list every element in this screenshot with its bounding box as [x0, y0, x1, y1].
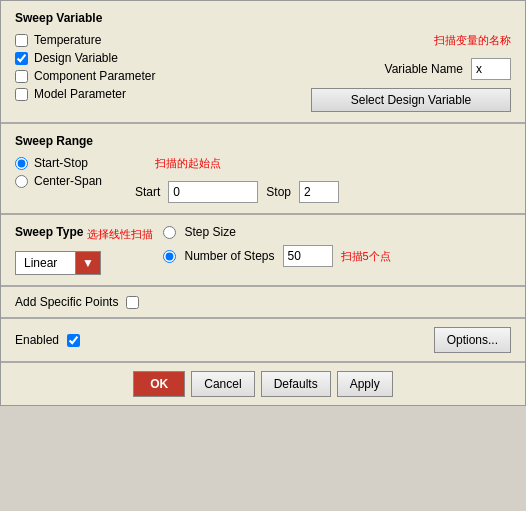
dropdown-value: Linear	[15, 251, 75, 275]
sweep-variable-right: 扫描变量的名称 Variable Name Select Design Vari…	[291, 33, 511, 112]
annotation-variable-name: 扫描变量的名称	[434, 33, 511, 48]
step-size-row: Step Size	[163, 225, 511, 239]
specific-points-section: Add Specific Points	[1, 287, 525, 319]
sweep-range-inputs-area: 扫描的起始点 Start Stop	[135, 156, 511, 203]
sweep-variable-options: Temperature Design Variable Component Pa…	[15, 33, 291, 101]
sweep-range-left: Start-Stop Center-Span	[15, 156, 125, 188]
ok-button[interactable]: OK	[133, 371, 185, 397]
center-span-option[interactable]: Center-Span	[15, 174, 125, 188]
annotation-linear: 选择线性扫描	[87, 227, 153, 242]
start-stop-radio[interactable]	[15, 157, 28, 170]
specific-points-checkbox[interactable]	[126, 296, 139, 309]
temperature-option[interactable]: Temperature	[15, 33, 291, 47]
center-span-radio[interactable]	[15, 175, 28, 188]
component-parameter-checkbox[interactable]	[15, 70, 28, 83]
design-variable-option[interactable]: Design Variable	[15, 51, 291, 65]
temperature-checkbox[interactable]	[15, 34, 28, 47]
sweep-range-title: Sweep Range	[15, 134, 511, 148]
sweep-type-header: Sweep Type 选择线性扫描	[15, 225, 153, 243]
number-of-steps-radio[interactable]	[163, 250, 176, 263]
start-input[interactable]	[168, 181, 258, 203]
stop-input[interactable]	[299, 181, 339, 203]
enabled-label: Enabled	[15, 333, 59, 347]
annotation-start: 扫描的起始点	[155, 156, 221, 171]
dropdown-arrow-button[interactable]: ▼	[75, 251, 101, 275]
options-button[interactable]: Options...	[434, 327, 511, 353]
specific-points-label: Add Specific Points	[15, 295, 118, 309]
sweep-type-section: Sweep Type 选择线性扫描 Linear ▼ Step Size	[1, 215, 525, 287]
model-parameter-option[interactable]: Model Parameter	[15, 87, 291, 101]
defaults-button[interactable]: Defaults	[261, 371, 331, 397]
start-stop-option[interactable]: Start-Stop	[15, 156, 125, 170]
sweep-range-layout: Start-Stop Center-Span 扫描的起始点 Start Stop	[15, 156, 511, 203]
sweep-range-section: Sweep Range Start-Stop Center-Span	[1, 124, 525, 215]
sweep-type-left: Sweep Type 选择线性扫描 Linear ▼	[15, 225, 153, 275]
sweep-type-section-wrapper: Sweep Type 选择线性扫描 Linear ▼ Step Size	[1, 215, 525, 287]
select-design-variable-button[interactable]: Select Design Variable	[311, 88, 511, 112]
number-of-steps-row: Number of Steps 扫描5个点	[163, 245, 511, 267]
main-dialog: Sweep Variable Temperature Design Variab…	[0, 0, 526, 406]
component-parameter-label: Component Parameter	[34, 69, 155, 83]
number-of-steps-label: Number of Steps	[184, 249, 274, 263]
sweep-type-right: Step Size Number of Steps 扫描5个点	[163, 225, 511, 267]
cancel-button[interactable]: Cancel	[191, 371, 254, 397]
variable-name-label: Variable Name	[385, 62, 463, 76]
sweep-variable-title: Sweep Variable	[15, 11, 511, 25]
center-span-label: Center-Span	[34, 174, 102, 188]
enabled-checkbox[interactable]	[67, 334, 80, 347]
sweep-type-dropdown[interactable]: Linear ▼	[15, 251, 153, 275]
temperature-label: Temperature	[34, 33, 101, 47]
model-parameter-label: Model Parameter	[34, 87, 126, 101]
dropdown-arrow-icon: ▼	[82, 256, 94, 270]
enabled-section: Enabled Options...	[1, 319, 525, 363]
model-parameter-checkbox[interactable]	[15, 88, 28, 101]
design-variable-checkbox[interactable]	[15, 52, 28, 65]
variable-name-row: Variable Name	[385, 58, 511, 80]
annotation-variable-name-row: 扫描变量的名称	[434, 33, 511, 48]
sweep-variable-left: Temperature Design Variable Component Pa…	[15, 33, 291, 112]
step-size-label: Step Size	[184, 225, 235, 239]
apply-button[interactable]: Apply	[337, 371, 393, 397]
sweep-type-title: Sweep Type	[15, 225, 83, 239]
sweep-range-right: Start Stop	[135, 181, 511, 203]
annotation-steps: 扫描5个点	[341, 249, 391, 264]
design-variable-label: Design Variable	[34, 51, 118, 65]
start-label: Start	[135, 185, 160, 199]
variable-name-input[interactable]	[471, 58, 511, 80]
annotation-start-row: 扫描的起始点	[155, 156, 511, 171]
sweep-range-options: Start-Stop Center-Span	[15, 156, 125, 188]
start-stop-label: Start-Stop	[34, 156, 88, 170]
stop-label: Stop	[266, 185, 291, 199]
sweep-variable-section: Sweep Variable Temperature Design Variab…	[1, 1, 525, 124]
step-size-radio[interactable]	[163, 226, 176, 239]
number-of-steps-input[interactable]	[283, 245, 333, 267]
bottom-buttons: OK Cancel Defaults Apply	[1, 363, 525, 405]
component-parameter-option[interactable]: Component Parameter	[15, 69, 291, 83]
